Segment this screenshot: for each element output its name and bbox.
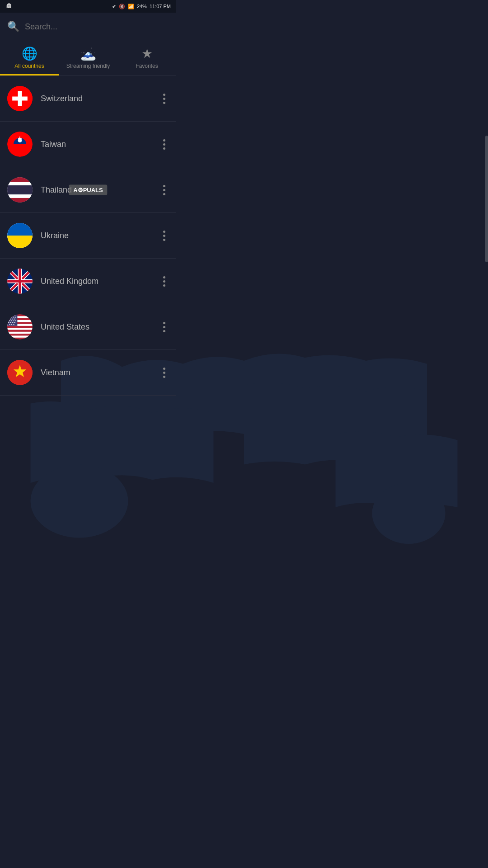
svg-point-43 — [14, 315, 15, 316]
search-input[interactable] — [25, 22, 169, 32]
more-options-ukraine[interactable] — [160, 227, 169, 245]
svg-rect-14 — [7, 194, 33, 198]
svg-point-42 — [12, 315, 13, 316]
svg-point-48 — [8, 319, 9, 320]
svg-point-56 — [8, 322, 9, 323]
flag-united-states — [7, 314, 33, 340]
svg-point-3 — [9, 5, 10, 6]
flag-switzerland — [7, 86, 33, 111]
svg-point-53 — [11, 320, 12, 321]
svg-rect-6 — [12, 97, 28, 101]
battery-text: 24% — [137, 4, 147, 9]
svg-rect-13 — [7, 182, 33, 186]
more-options-taiwan[interactable] — [160, 136, 169, 153]
svg-point-51 — [14, 319, 15, 320]
wifi-icon: 📶 — [128, 4, 134, 9]
svg-point-41 — [10, 315, 11, 316]
svg-point-57 — [10, 322, 11, 323]
globe-icon: 🌐 — [22, 46, 38, 61]
svg-point-2 — [8, 5, 9, 6]
tab-streaming-label: Streaming friendly — [66, 63, 110, 69]
tab-bar: 🌐 All countries 🗻 Streaming friendly ★ F… — [0, 41, 176, 76]
svg-point-40 — [8, 315, 9, 316]
svg-point-60 — [9, 324, 10, 325]
svg-rect-20 — [7, 236, 33, 248]
more-options-united-states[interactable] — [160, 318, 169, 336]
tab-all-countries-label: All countries — [14, 63, 44, 69]
country-item-vietnam[interactable]: Vietnam — [0, 350, 176, 396]
country-item-ukraine[interactable]: Ukraine — [0, 213, 176, 259]
svg-rect-15 — [7, 185, 33, 194]
svg-point-49 — [10, 319, 11, 320]
more-options-united-kingdom[interactable] — [160, 273, 169, 290]
svg-point-59 — [14, 322, 15, 323]
svg-point-55 — [15, 320, 16, 321]
search-bar: 🔍 — [0, 13, 176, 41]
svg-rect-33 — [7, 316, 33, 318]
tab-favorites-label: Favorites — [136, 63, 158, 69]
svg-rect-38 — [7, 335, 33, 337]
svg-rect-11 — [7, 177, 33, 182]
country-item-united-kingdom[interactable]: United Kingdom — [0, 259, 176, 304]
country-item-thailand[interactable]: Thailand A⚙PUALS — [0, 167, 176, 213]
svg-point-50 — [12, 319, 13, 320]
search-icon: 🔍 — [7, 21, 19, 33]
svg-point-47 — [15, 317, 16, 318]
bluetooth-icon: ✔ — [112, 4, 116, 9]
flag-united-kingdom — [7, 269, 33, 294]
flag-thailand — [7, 177, 33, 203]
country-item-taiwan[interactable]: Taiwan — [0, 122, 176, 167]
country-item-switzerland[interactable]: Switzerland — [0, 76, 176, 122]
tab-streaming-friendly[interactable]: 🗻 Streaming friendly — [59, 41, 117, 75]
svg-point-45 — [11, 317, 12, 318]
svg-rect-36 — [7, 328, 33, 330]
svg-point-61 — [11, 324, 12, 325]
more-options-vietnam[interactable] — [160, 364, 169, 382]
status-bar: ✔ 🔇 📶 24% 11:07 PM — [0, 0, 176, 13]
flag-ukraine — [7, 223, 33, 248]
flag-vietnam — [7, 360, 33, 385]
tab-favorites[interactable]: ★ Favorites — [117, 41, 176, 75]
country-name-united-kingdom: United Kingdom — [41, 277, 160, 286]
app-icon — [5, 3, 13, 10]
svg-point-52 — [9, 320, 10, 321]
tab-all-countries[interactable]: 🌐 All countries — [0, 41, 59, 75]
svg-rect-19 — [7, 223, 33, 236]
svg-point-46 — [13, 317, 14, 318]
svg-point-54 — [13, 320, 14, 321]
more-options-thailand[interactable] — [160, 181, 169, 199]
flag-taiwan — [7, 132, 33, 157]
country-name-vietnam: Vietnam — [41, 368, 160, 377]
country-name-taiwan: Taiwan — [41, 140, 160, 149]
country-name-thailand: Thailand — [41, 185, 160, 195]
country-name-united-states: United States — [41, 322, 160, 332]
country-list: Switzerland Taiwan — [0, 76, 176, 396]
country-name-ukraine: Ukraine — [41, 231, 160, 241]
time-display: 11:07 PM — [150, 4, 171, 9]
svg-rect-12 — [7, 198, 33, 203]
country-item-united-states[interactable]: United States — [0, 304, 176, 350]
svg-point-62 — [13, 324, 14, 325]
svg-point-44 — [9, 317, 10, 318]
svg-rect-30 — [7, 280, 33, 283]
star-icon: ★ — [141, 46, 153, 61]
mute-icon: 🔇 — [119, 4, 125, 9]
country-name-switzerland: Switzerland — [41, 94, 160, 104]
svg-point-58 — [12, 322, 13, 323]
svg-rect-39 — [7, 314, 17, 326]
monitor-icon: 🗻 — [80, 46, 96, 61]
more-options-switzerland[interactable] — [160, 90, 169, 108]
svg-point-0 — [31, 465, 128, 538]
svg-rect-37 — [7, 332, 33, 334]
